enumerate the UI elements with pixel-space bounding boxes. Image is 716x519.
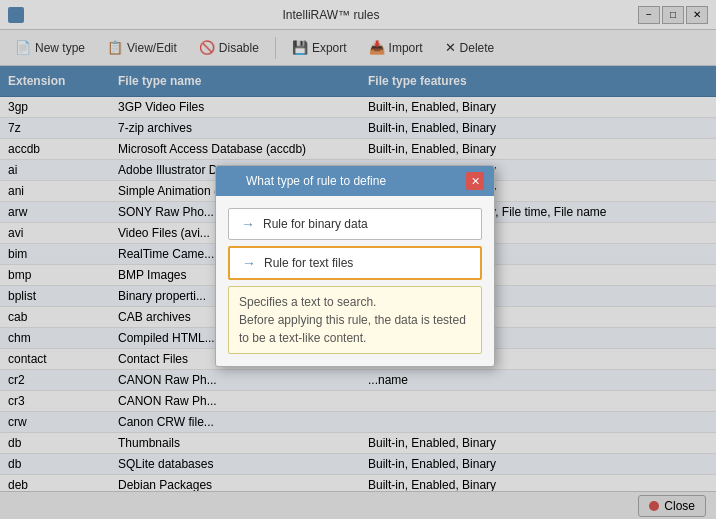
modal-hint: Specifies a text to search. Before apply… bbox=[228, 286, 482, 354]
modal-app-icon bbox=[226, 174, 240, 188]
modal-dialog: What type of rule to define ✕ → Rule for… bbox=[215, 165, 495, 367]
binary-arrow-icon: → bbox=[241, 216, 255, 232]
modal-body: → Rule for binary data → Rule for text f… bbox=[216, 196, 494, 366]
hint-line-2: Before applying this rule, the data is t… bbox=[239, 311, 471, 347]
modal-title-left: What type of rule to define bbox=[226, 174, 386, 188]
hint-line-1: Specifies a text to search. bbox=[239, 293, 471, 311]
binary-data-option-button[interactable]: → Rule for binary data bbox=[228, 208, 482, 240]
text-files-label: Rule for text files bbox=[264, 256, 353, 270]
modal-overlay: What type of rule to define ✕ → Rule for… bbox=[0, 0, 716, 519]
modal-title: What type of rule to define bbox=[246, 174, 386, 188]
binary-data-label: Rule for binary data bbox=[263, 217, 368, 231]
text-arrow-icon: → bbox=[242, 255, 256, 271]
modal-close-button[interactable]: ✕ bbox=[466, 172, 484, 190]
text-files-option-button[interactable]: → Rule for text files bbox=[228, 246, 482, 280]
modal-title-bar: What type of rule to define ✕ bbox=[216, 166, 494, 196]
